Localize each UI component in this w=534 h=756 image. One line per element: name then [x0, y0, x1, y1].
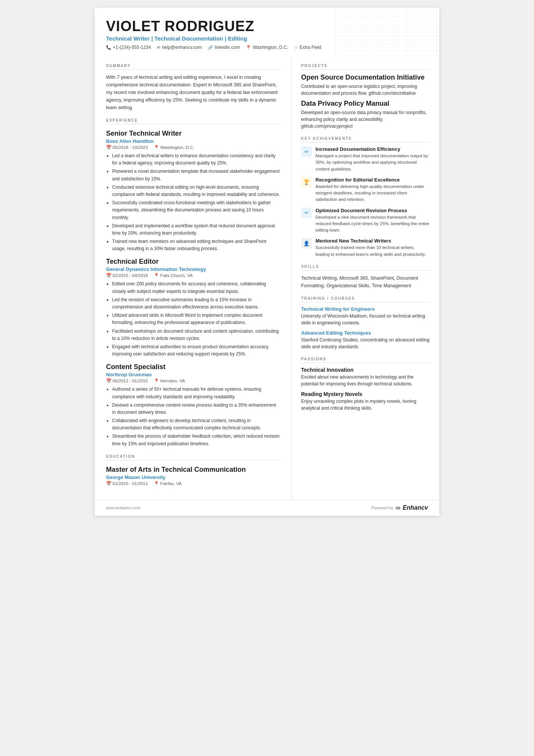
job-dates-1: 📅 05/2018 - 10/2023	[106, 145, 148, 150]
pin-icon-edu: 📍	[154, 481, 159, 486]
job-title-3: Content Specialist	[106, 363, 280, 371]
achievement-4: 👤 Mentored New Technical Writers Success…	[301, 238, 430, 258]
edu-location: 📍 Fairfax, VA	[154, 481, 181, 486]
achievement-content-2: Recognition for Editorial Excellence Awa…	[315, 177, 430, 203]
training-desc-2: Stanford Continuing Studies, concentrati…	[301, 337, 430, 350]
achievement-title-2: Recognition for Editorial Excellence	[315, 177, 430, 183]
job-location-1: 📍 Washington, D.C.	[154, 145, 194, 150]
achievement-content-1: Increased Documentation Efficiency Manag…	[315, 146, 430, 172]
bullet-1-5: Developed and implemented a workflow sys…	[112, 222, 280, 237]
projects-title: PROJECTS	[301, 64, 430, 70]
achievement-title-1: Increased Documentation Efficiency	[315, 146, 430, 152]
achievement-desc-1: Managed a project that improved document…	[315, 153, 430, 172]
contact-extra: ☆ Extra Field	[294, 45, 321, 50]
achievement-content-3: Optimized Document Revision Process Deve…	[315, 208, 430, 234]
achievement-3: ✏ Optimized Document Revision Process De…	[301, 208, 430, 234]
achievement-desc-2: Awarded for delivering high-quality docu…	[315, 183, 430, 203]
powered-by-label: Powered by	[371, 506, 393, 510]
link-icon: 🔗	[208, 45, 213, 50]
passion-desc-1: Excited about new advancements in techno…	[301, 374, 430, 387]
achievement-2: 🏆 Recognition for Editorial Excellence A…	[301, 177, 430, 203]
header-section: VIOLET RODRIGUEZ Technical Writer | Tech…	[95, 8, 439, 57]
achievement-icon-4: 👤	[301, 238, 312, 249]
calendar-icon-3: 📅	[106, 378, 111, 383]
project-desc-2: Developed an open-source data privacy ma…	[301, 109, 430, 130]
achievement-title-4: Mentored New Technical Writers	[315, 238, 430, 244]
training-title-2: Advanced Editing Techniques	[301, 330, 430, 336]
achievement-desc-4: Successfully trained more than 10 techni…	[315, 244, 430, 258]
experience-title: EXPERIENCE	[106, 118, 280, 124]
resume-container: VIOLET RODRIGUEZ Technical Writer | Tech…	[95, 8, 439, 516]
project-desc-1: Contributed to an open-source logistics …	[301, 83, 430, 97]
bullet-2-1: Edited over 200 policy documents for acc…	[112, 280, 280, 295]
achievement-1: ✏ Increased Documentation Efficiency Man…	[301, 146, 430, 172]
location-icon: 📍	[246, 45, 251, 50]
job-location-3: 📍 Herndon, VA	[154, 378, 185, 383]
main-content: SUMMARY With 7 years of technical writin…	[95, 57, 439, 500]
calendar-icon-edu: 📅	[106, 481, 111, 486]
summary-title: SUMMARY	[106, 64, 280, 70]
job-meta-2: 📅 02/2015 - 04/2018 📍 Falls Church, VA	[106, 273, 280, 278]
pin-icon-3: 📍	[154, 378, 159, 383]
bullet-2-4: Facilitated workshops on document struct…	[112, 328, 280, 342]
brand-name: Enhancv	[403, 504, 428, 511]
training-section-title: TRAINING / COURSES	[301, 296, 430, 302]
bullet-3-3: Collaborated with engineers to develop t…	[112, 417, 280, 432]
bullet-3-1: Authored a series of 50+ technical manua…	[112, 386, 280, 400]
passion-desc-2: Enjoy unraveling complex plots in myster…	[301, 398, 430, 412]
achievement-icon-2: 🏆	[301, 177, 312, 188]
achievements-section-title: KEY ACHIEVEMENTS	[301, 136, 430, 142]
bullet-1-1: Led a team of technical writers to enhan…	[112, 152, 280, 167]
job-bullets-3: Authored a series of 50+ technical manua…	[106, 386, 280, 448]
job-title-2: Technical Editor	[106, 258, 280, 266]
company-1: Booz Allen Hamilton	[106, 138, 280, 144]
education-title: EDUCATION	[106, 454, 280, 460]
phone-icon: 📞	[106, 45, 111, 50]
job-meta-3: 📅 06/2012 - 01/2015 📍 Herndon, VA	[106, 378, 280, 383]
bullet-2-3: Utilized advanced skills in Microsoft Wo…	[112, 312, 280, 326]
passion-title-2: Reading Mystery Novels	[301, 391, 430, 397]
calendar-icon-2: 📅	[106, 273, 111, 278]
pin-icon-1: 📍	[154, 145, 159, 150]
bullet-1-2: Pioneered a novel documentation template…	[112, 168, 280, 182]
footer: www.enhancv.com Powered by ∞ Enhancv	[95, 500, 439, 516]
skills-text: Technical Writing, Microsoft 365, ShareP…	[301, 274, 430, 290]
skills-section-title: SKILLS	[301, 265, 430, 271]
candidate-subtitle: Technical Writer | Technical Documentati…	[106, 35, 428, 42]
calendar-icon-1: 📅	[106, 145, 111, 150]
degree-title: Master of Arts in Technical Communicatio…	[106, 466, 280, 474]
email-icon: ✉	[157, 45, 160, 50]
star-icon: ☆	[294, 45, 298, 50]
contact-linkedin: 🔗 linkedin.com	[208, 45, 240, 50]
bullet-1-6: Trained new team members on advanced edi…	[112, 238, 280, 252]
job-location-2: 📍 Falls Church, VA	[154, 273, 192, 278]
passion-title-1: Technical Innovation	[301, 367, 430, 373]
bullet-1-4: Successfully coordinated cross-functiona…	[112, 199, 280, 221]
job-meta-1: 📅 05/2018 - 10/2023 📍 Washington, D.C.	[106, 145, 280, 150]
job-dates-2: 📅 02/2015 - 04/2018	[106, 273, 148, 278]
school-name: George Mason University	[106, 474, 280, 480]
bullet-2-5: Engaged with technical authorities to en…	[112, 343, 280, 358]
passions-section-title: PASSIONS	[301, 357, 430, 363]
edu-dates: 📅 01/2010 - 01/2012	[106, 481, 148, 486]
contact-row: 📞 +1-(234)-555-1234 ✉ help@enhancv.com 🔗…	[106, 45, 428, 50]
contact-phone: 📞 +1-(234)-555-1234	[106, 45, 151, 50]
training-title-1: Technical Writing for Engineers	[301, 306, 430, 312]
contact-email: ✉ help@enhancv.com	[157, 45, 201, 50]
infinity-icon: ∞	[395, 504, 400, 512]
training-desc-1: University of Wisconsin-Madison, focused…	[301, 313, 430, 326]
bullet-1-3: Conducted extensive technical editing on…	[112, 184, 280, 198]
job-bullets-1: Led a team of technical writers to enhan…	[106, 152, 280, 252]
achievement-content-4: Mentored New Technical Writers Successfu…	[315, 238, 430, 258]
achievement-icon-3: ✏	[301, 208, 312, 218]
company-3: Northrop Grumman	[106, 372, 280, 377]
achievement-title-3: Optimized Document Revision Process	[315, 208, 430, 213]
pin-icon-2: 📍	[154, 273, 159, 278]
job-dates-3: 📅 06/2012 - 01/2015	[106, 378, 148, 383]
left-column: SUMMARY With 7 years of technical writin…	[95, 57, 292, 500]
footer-website: www.enhancv.com	[106, 506, 141, 510]
job-title-1: Senior Technical Writer	[106, 130, 280, 138]
bullet-3-4: Streamlined the process of stakeholder f…	[112, 433, 280, 447]
bullet-3-2: Devised a comprehensive content review p…	[112, 402, 280, 416]
contact-location: 📍 Washington, D.C.	[246, 45, 288, 50]
